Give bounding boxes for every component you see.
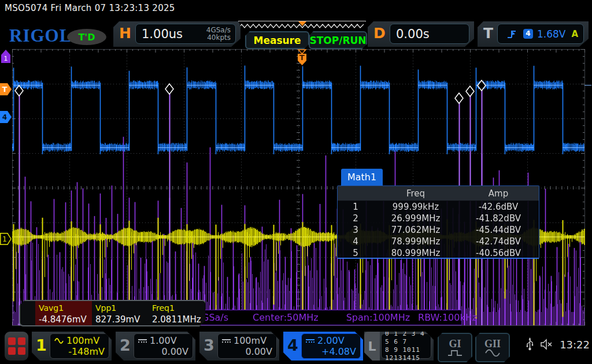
ch4-ground-marker[interactable]: 4 bbox=[0, 111, 12, 123]
t-label: T bbox=[483, 25, 493, 42]
measurement-item[interactable]: Vpp1827.39mV bbox=[92, 301, 149, 325]
oscilloscope-screen: MSO5074 Fri March 07 13:23:13 2025 RIGOL… bbox=[0, 0, 592, 364]
math1-peak-row: 377.062MHz-45.44dBV bbox=[338, 224, 539, 236]
fft-sample-rate: GSa/s bbox=[202, 312, 228, 323]
generator1-label: GI bbox=[449, 339, 461, 349]
ch1-ground-marker[interactable]: 1 bbox=[0, 233, 12, 245]
channel-scale: 2.00V bbox=[317, 335, 345, 346]
channel-offset: +4.08V bbox=[321, 346, 356, 357]
fft-info-bar: GSa/s Center:50MHz Span:100MHz RBW:100kH… bbox=[199, 310, 462, 325]
trigger-level-value: 1.68V bbox=[537, 28, 571, 40]
trigger-level-marker[interactable]: T bbox=[0, 83, 12, 95]
trigger-status-badge: T'D bbox=[67, 29, 106, 45]
measurement-results-box: Vavg1-4.8476mVVpp1827.39mVFreq12.0811MHz bbox=[19, 300, 206, 326]
ac-coupling-icon bbox=[54, 338, 64, 344]
trigger-slope-icon bbox=[506, 29, 517, 39]
channel-offset: 0.00V bbox=[161, 346, 188, 357]
clock: 13:22 bbox=[560, 339, 590, 351]
channel-offset: -148mV bbox=[68, 346, 105, 357]
sample-rate: 4GSa/s bbox=[206, 26, 231, 34]
d-label: D bbox=[373, 25, 386, 42]
channel-scale: 1.00V bbox=[150, 335, 177, 346]
channel-number: 1 bbox=[36, 336, 47, 354]
channel-scale: 100mV bbox=[234, 335, 267, 346]
ch1-marker-label: 1 bbox=[2, 235, 7, 243]
fft-center: Center:50MHz bbox=[253, 312, 319, 323]
math1-table-header: Freq Amp bbox=[338, 186, 539, 201]
math1-peak-row: 478.999MHz-42.74dBV bbox=[338, 236, 539, 247]
channel-scale: 100mV bbox=[66, 335, 99, 346]
speaker-muted-icon bbox=[540, 339, 554, 350]
h-label: H bbox=[119, 25, 131, 42]
trigger-marker-label: T bbox=[2, 85, 8, 94]
logic-channel-list: 0 1 2 3 4 5 6 7 8 9 1011 12131415 bbox=[381, 333, 431, 359]
fft-span: Span:100MHz bbox=[346, 312, 410, 323]
logic-row-0-7: 0 1 2 3 4 5 6 7 bbox=[385, 330, 431, 346]
trigger-inset: 4 1.68V A bbox=[497, 24, 584, 44]
header-amp-col: Amp bbox=[458, 188, 539, 199]
sine-wave-icon bbox=[485, 349, 500, 356]
trigger-source-badge: 4 bbox=[523, 29, 533, 39]
horizontal-timebase-panel[interactable]: H 1.00us 4GSa/s 40kpts bbox=[113, 21, 240, 47]
delay-panel[interactable]: D 0.00s bbox=[368, 21, 474, 47]
dc-coupling-icon bbox=[138, 339, 147, 343]
channel-offset: 0.00V bbox=[245, 346, 272, 357]
math1-table: Freq Amp 1999.99kHz-42.6dBV226.999MHz-41… bbox=[337, 185, 539, 259]
pulse-wave-icon bbox=[447, 349, 462, 356]
logic-row-8-15: 8 9 1011 12131415 bbox=[385, 346, 431, 362]
quick-menu-button[interactable] bbox=[5, 332, 28, 361]
brand-logo: RIGOL bbox=[9, 25, 72, 46]
trigger-mode-auto: A bbox=[571, 29, 578, 39]
math1-marker-label: 1 bbox=[4, 55, 8, 62]
math1-tab[interactable]: Math1 bbox=[341, 169, 383, 185]
trigger-top-label: T bbox=[299, 53, 305, 62]
usb-icon bbox=[526, 337, 534, 351]
delay-value: 0.00s bbox=[396, 27, 430, 41]
math1-peak-row: 580.999MHz-40.56dBV bbox=[338, 247, 539, 259]
logic-label: L bbox=[364, 332, 380, 361]
header-freq-col: Freq bbox=[373, 188, 458, 199]
waveform-preview-strip[interactable] bbox=[238, 21, 366, 31]
memory-depth: 40kpts bbox=[207, 34, 231, 42]
ch4-marker-label: 4 bbox=[2, 113, 7, 121]
dc-coupling-icon bbox=[222, 339, 231, 343]
measure-button[interactable]: Measure bbox=[245, 31, 309, 49]
channel-1-block[interactable]: 1100mV-148mV bbox=[32, 332, 112, 361]
status-icons: 13:22 bbox=[526, 337, 590, 351]
acquisition-rates: 4GSa/s 40kpts bbox=[206, 27, 231, 42]
math1-peak-row: 1999.99kHz-42.6dBV bbox=[338, 201, 539, 213]
preview-trigger-marker bbox=[298, 21, 306, 26]
delay-inset: 0.00s bbox=[390, 24, 469, 44]
math1-offset-marker[interactable]: 1 bbox=[1, 50, 10, 63]
trigger-position-marker[interactable]: T bbox=[296, 49, 308, 65]
logic-analyzer-block[interactable]: L 0 1 2 3 4 5 6 7 8 9 1011 12131415 bbox=[364, 332, 434, 361]
dc-coupling-icon bbox=[306, 339, 314, 343]
generator1-button[interactable]: GI bbox=[438, 333, 472, 362]
stop-run-button[interactable]: STOP/RUN bbox=[309, 31, 367, 49]
math1-panel: Math1 Freq Amp 1999.99kHz-42.6dBV226.999… bbox=[337, 169, 539, 259]
channel-3-block[interactable]: 3100mV0.00V bbox=[199, 332, 279, 361]
channel-4-block[interactable]: 42.00V+4.08V bbox=[283, 332, 363, 361]
model-and-datetime: MSO5074 Fri March 07 13:23:13 2025 bbox=[5, 3, 175, 13]
preview-zigzag-icon bbox=[239, 21, 364, 30]
channel-status-bar: 1100mV-148mV21.00V0.00V3100mV0.00V42.00V… bbox=[0, 330, 592, 364]
timebase-inset: 1.00us 4GSa/s 40kpts bbox=[135, 24, 236, 44]
measurement-item[interactable]: Freq12.0811MHz bbox=[149, 301, 205, 325]
measurement-item[interactable]: Vavg1-4.8476mV bbox=[35, 301, 92, 325]
channel-number: 4 bbox=[287, 336, 298, 354]
channel-number: 3 bbox=[204, 336, 214, 354]
channel-2-block[interactable]: 21.00V0.00V bbox=[116, 332, 195, 361]
generator2-label: GII bbox=[484, 339, 501, 349]
math1-peak-row: 226.999MHz-41.82dBV bbox=[338, 213, 539, 224]
trigger-panel[interactable]: T 4 1.68V A bbox=[478, 21, 589, 47]
fft-rbw: RBW:100kHz bbox=[418, 312, 477, 323]
generator2-button[interactable]: GII bbox=[475, 333, 510, 362]
channel-number: 2 bbox=[120, 336, 131, 354]
timebase-value: 1.00us bbox=[142, 27, 206, 41]
